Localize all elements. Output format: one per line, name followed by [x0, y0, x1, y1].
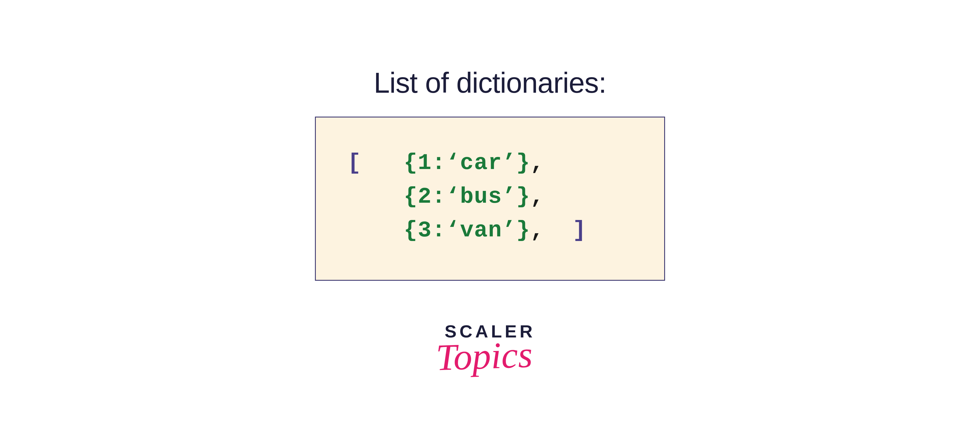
- close-bracket: ]: [573, 217, 587, 243]
- diagram-title: List of dictionaries:: [374, 66, 606, 99]
- comma-1: ,: [530, 150, 545, 176]
- dict-entry-3: {3:‘van’}: [404, 217, 530, 243]
- dict-entry-1: {1:‘car’}: [404, 150, 530, 176]
- dict-entry-2: {2:‘bus’}: [404, 184, 530, 210]
- code-line-3: {3:‘van’}, ]: [347, 214, 633, 247]
- code-line-1: [ {1:‘car’},: [347, 146, 633, 180]
- logo-line2: Topics: [435, 333, 533, 379]
- comma-3: ,: [530, 217, 545, 243]
- logo: SCALER Topics: [445, 321, 535, 378]
- code-box: [ {1:‘car’}, {2:‘bus’}, {3:‘van’}, ]: [315, 117, 665, 281]
- comma-2: ,: [530, 184, 545, 210]
- code-line-2: {2:‘bus’},: [347, 180, 633, 214]
- open-bracket: [: [347, 150, 362, 176]
